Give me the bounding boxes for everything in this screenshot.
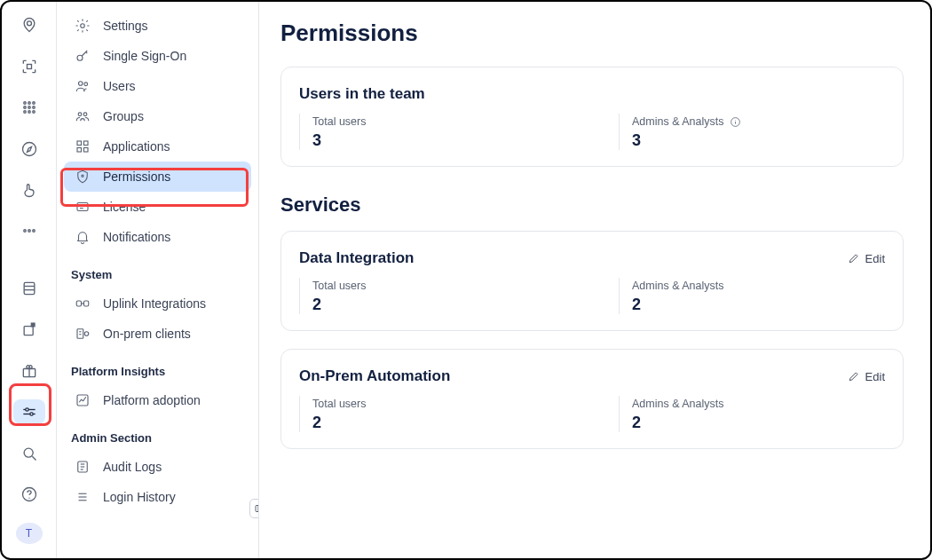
svg-rect-44 [76,301,81,306]
svg-point-35 [83,113,87,116]
logo-icon[interactable] [13,12,45,37]
team-total-value: 3 [312,131,619,150]
icon-rail: T [2,2,57,558]
svg-point-30 [81,24,85,28]
svg-point-29 [28,498,29,499]
nav-item-license[interactable]: License [64,192,251,222]
service-card-title: Data Integration [299,249,414,267]
nav-item-uplink[interactable]: Uplink Integrations [64,288,251,319]
svg-rect-62 [256,506,259,512]
export-icon[interactable] [13,317,45,342]
service-aa-value: 2 [632,414,724,432]
service-total-stat: Total users 2 [299,396,619,432]
svg-point-7 [32,106,35,109]
nav-item-applications[interactable]: Applications [64,131,251,162]
service-aa-value: 2 [632,296,724,314]
team-aa-stat: Admins & Analysts 3 [619,114,741,150]
nav-item-settings[interactable]: Settings [64,11,251,41]
pencil-icon [848,370,860,383]
pointer-icon[interactable] [13,177,45,202]
svg-rect-41 [77,203,88,211]
nav-label: Audit Logs [103,460,162,474]
svg-point-8 [23,111,26,114]
logs-icon [75,459,91,475]
service-total-label: Total users [312,398,619,410]
service-total-value: 2 [312,414,619,432]
edit-button[interactable]: Edit [848,370,885,383]
gift-icon[interactable] [13,359,45,383]
collapse-nav-button[interactable] [249,499,259,518]
nav-item-sso[interactable]: Single Sign-On [64,41,251,71]
svg-rect-39 [84,148,89,153]
book-icon[interactable] [13,276,45,301]
license-icon [75,199,91,215]
svg-point-14 [32,230,35,233]
link-icon [75,296,91,312]
nav-item-users[interactable]: Users [64,71,251,101]
pencil-icon [848,252,860,264]
compass-icon[interactable] [13,136,45,161]
edit-button[interactable]: Edit [848,252,885,265]
gear-icon [75,18,91,34]
nav-label: Groups [103,109,144,123]
apps-icon [75,138,91,154]
team-card: Users in the team Total users 3 Admins &… [280,67,904,167]
team-total-label: Total users [312,115,619,128]
service-card-onprem-automation: On-Prem Automation Edit Total users 2 Ad… [280,349,904,449]
shield-icon [75,169,91,185]
nav-item-permissions[interactable]: Permissions [64,162,251,192]
service-card-data-integration: Data Integration Edit Total users 2 Admi… [280,231,904,331]
svg-point-11 [22,142,36,155]
nav-item-onprem[interactable]: On-prem clients [64,319,251,349]
sliders-icon[interactable] [13,399,45,424]
service-aa-label: Admins & Analysts [632,280,724,292]
key-icon [75,48,91,64]
nav-item-notifications[interactable]: Notifications [64,222,251,252]
avatar[interactable]: T [16,523,43,544]
nav-item-audit[interactable]: Audit Logs [64,452,251,482]
more-icon[interactable] [13,218,45,243]
app-frame: T Settings Single Sign-On Users Groups A… [0,0,932,560]
service-aa-stat: Admins & Analysts 2 [619,278,724,314]
svg-point-10 [32,111,35,114]
service-total-label: Total users [312,280,619,292]
svg-point-2 [23,102,26,105]
nav-label: On-prem clients [103,327,191,341]
svg-point-13 [28,230,30,233]
nav-label: Users [103,79,136,93]
svg-point-66 [735,119,736,120]
svg-rect-38 [77,148,82,153]
nav-section-system: System [64,252,251,288]
nav-item-adoption[interactable]: Platform adoption [64,385,251,415]
info-icon[interactable] [730,116,741,128]
team-total-stat: Total users 3 [299,114,619,150]
svg-point-9 [28,111,30,114]
svg-line-27 [32,456,36,460]
nav-item-login-history[interactable]: Login History [64,482,251,512]
service-aa-label: Admins & Analysts [632,398,724,410]
nav-item-groups[interactable]: Groups [64,101,251,131]
svg-rect-36 [77,141,82,146]
help-icon[interactable] [13,482,45,507]
nav-label: Login History [103,490,176,504]
svg-point-0 [27,21,31,26]
team-aa-value: 3 [632,131,741,150]
grid-icon[interactable] [13,95,45,120]
svg-point-23 [25,408,28,411]
service-total-value: 2 [312,296,619,314]
svg-point-25 [29,413,32,415]
selection-icon[interactable] [13,53,45,78]
svg-rect-19 [30,323,35,327]
search-icon[interactable] [13,440,45,465]
svg-rect-45 [84,301,89,306]
svg-rect-15 [24,282,35,294]
svg-point-31 [77,55,83,60]
svg-rect-18 [24,327,33,335]
edit-label: Edit [865,252,885,265]
team-aa-label: Admins & Analysts [632,115,741,128]
nav-label: Permissions [103,170,170,184]
svg-point-3 [28,102,30,105]
chart-icon [75,392,91,408]
svg-point-48 [84,332,89,336]
server-icon [75,326,91,342]
